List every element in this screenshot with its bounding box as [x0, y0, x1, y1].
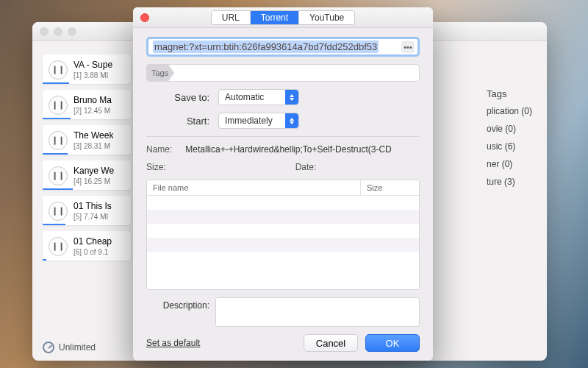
save-to-select[interactable]: Automatic	[218, 89, 299, 105]
progress-bar	[43, 118, 71, 119]
chevron-updown-icon	[285, 113, 298, 128]
start-select[interactable]: Immediately	[218, 113, 299, 129]
pause-icon[interactable]: ❙❙	[49, 237, 68, 256]
pause-icon[interactable]: ❙❙	[49, 166, 68, 185]
pause-icon[interactable]: ❙❙	[49, 96, 68, 115]
progress-bar	[43, 259, 46, 261]
save-to-label: Save to:	[146, 92, 209, 103]
start-label: Start:	[146, 116, 209, 127]
tag-item[interactable]: ture (3)	[487, 173, 532, 191]
traffic-light-close[interactable]	[40, 27, 49, 36]
tag-item[interactable]: usic (6)	[487, 138, 532, 155]
description-label: Description:	[146, 297, 209, 311]
downloads-list: ❙❙VA - Supe[1] 3.88 MI❙❙Bruno Ma[2] 12.4…	[32, 41, 135, 361]
tags-heading: Tags	[487, 74, 532, 102]
download-meta: [2] 12.45 M	[74, 107, 112, 115]
dialog-titlebar: URLTorrentYouTube	[133, 7, 433, 28]
download-title: The Week	[74, 130, 113, 141]
progress-bar	[43, 224, 65, 225]
download-meta: [4] 16.25 M	[74, 177, 114, 185]
download-title: Kanye We	[74, 166, 114, 176]
download-card[interactable]: ❙❙Kanye We[4] 16.25 M	[43, 160, 131, 190]
ellipsis-icon[interactable]: •••	[401, 41, 415, 53]
chevron-updown-icon	[285, 90, 298, 105]
start-value: Immediately	[225, 116, 273, 126]
pause-icon[interactable]: ❙❙	[49, 60, 68, 79]
footer-speed[interactable]: Unlimited	[43, 342, 96, 353]
pause-icon[interactable]: ❙❙	[49, 202, 68, 221]
size-label: Size:	[146, 162, 166, 172]
footer-label: Unlimited	[59, 342, 96, 353]
description-input[interactable]	[215, 297, 420, 327]
file-column-size[interactable]: Size	[360, 180, 419, 195]
traffic-light-minimize[interactable]	[54, 27, 62, 36]
url-input[interactable]: magnet:?xt=urn:btih:626fa993614a7bd7fdd2…	[146, 37, 420, 57]
file-list[interactable]: File name Size	[146, 180, 420, 290]
download-card[interactable]: ❙❙01 This Is[5] 7.74 MI	[43, 196, 131, 225]
save-to-value: Automatic	[225, 92, 264, 102]
tab-url[interactable]: URL	[212, 11, 251, 24]
progress-bar	[43, 82, 69, 84]
tag-item[interactable]: plication (0)	[487, 102, 532, 120]
download-meta: [5] 7.74 MI	[74, 213, 112, 221]
download-title: VA - Supe	[74, 60, 112, 70]
divider	[146, 136, 420, 137]
download-meta: [3] 28.31 M	[74, 142, 113, 150]
download-card[interactable]: ❙❙01 Cheap[6] 0 of 9.1	[43, 231, 131, 261]
add-download-dialog: URLTorrentYouTube magnet:?xt=urn:btih:62…	[133, 7, 433, 361]
tags-input-placeholder: Tags	[147, 65, 174, 81]
progress-bar	[43, 153, 68, 155]
date-label: Date:	[295, 162, 317, 172]
download-title: 01 Cheap	[74, 236, 112, 247]
tags-input[interactable]: Tags	[146, 64, 420, 82]
tags-panel: Tags plication (0)ovie (0)usic (6)ner (0…	[487, 74, 532, 191]
close-icon[interactable]	[140, 13, 149, 22]
file-rows	[147, 196, 419, 289]
set-as-default-link[interactable]: Set as default	[146, 338, 200, 348]
url-input-value: magnet:?xt=urn:btih:626fa993614a7bd7fdd2…	[153, 40, 379, 53]
pause-icon[interactable]: ❙❙	[49, 131, 68, 150]
download-meta: [1] 3.88 MI	[74, 71, 112, 79]
download-meta: [6] 0 of 9.1	[74, 248, 112, 256]
gauge-icon	[43, 342, 54, 353]
tab-youtube[interactable]: YouTube	[299, 11, 354, 24]
file-column-name[interactable]: File name	[147, 180, 360, 195]
name-value: Metallica+-+Hardwired&hellip;To+Self-Des…	[185, 144, 391, 155]
download-title: Bruno Ma	[74, 95, 112, 105]
progress-bar	[43, 188, 73, 190]
tab-torrent[interactable]: Torrent	[251, 11, 299, 24]
traffic-light-zoom[interactable]	[68, 27, 76, 36]
tag-item[interactable]: ovie (0)	[487, 120, 532, 138]
tag-item[interactable]: ner (0)	[487, 155, 532, 173]
download-card[interactable]: ❙❙The Week[3] 28.31 M	[43, 125, 131, 155]
download-card[interactable]: ❙❙Bruno Ma[2] 12.45 M	[43, 90, 131, 119]
source-segmented-control[interactable]: URLTorrentYouTube	[211, 10, 356, 25]
download-card[interactable]: ❙❙VA - Supe[1] 3.88 MI	[43, 54, 131, 84]
cancel-button[interactable]: Cancel	[304, 334, 358, 352]
ok-button[interactable]: OK	[365, 334, 420, 352]
download-title: 01 This Is	[74, 201, 112, 211]
name-label: Name:	[146, 144, 172, 155]
